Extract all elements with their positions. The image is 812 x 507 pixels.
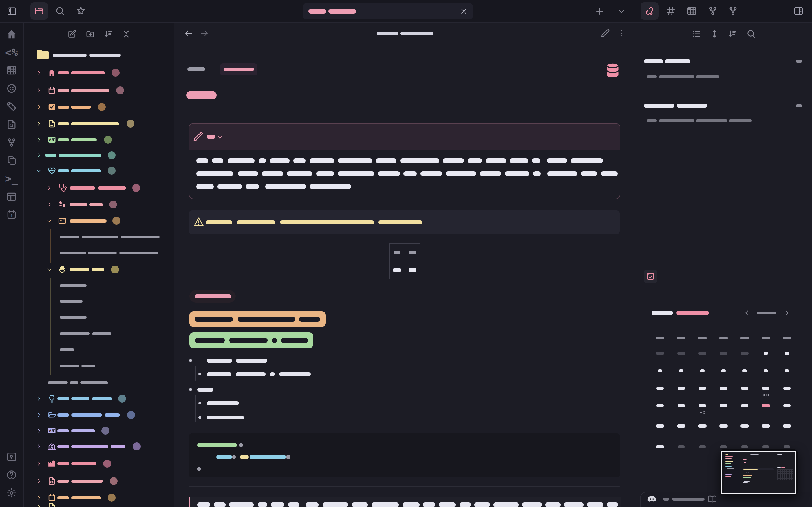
calendar-day[interactable] <box>742 369 747 372</box>
tree-chevron-right-icon[interactable] <box>47 202 52 207</box>
calendar-day[interactable] <box>741 404 748 407</box>
discord-icon[interactable] <box>647 494 657 504</box>
calendar-day[interactable] <box>762 445 769 448</box>
calendar-day[interactable] <box>763 369 768 372</box>
calendar-day[interactable] <box>741 352 749 355</box>
home-icon[interactable] <box>6 29 17 40</box>
tree-chevron-right-icon[interactable] <box>36 461 42 466</box>
tree-chevron-right-icon[interactable] <box>36 137 42 143</box>
tree-chevron-right-icon[interactable] <box>47 185 52 191</box>
tree-chevron-right-icon[interactable] <box>36 70 42 75</box>
screenshot-preview[interactable] <box>720 449 798 495</box>
close-icon[interactable] <box>460 8 467 15</box>
table-pane-icon[interactable] <box>687 6 697 16</box>
tree-item[interactable] <box>24 310 173 325</box>
calendar-day[interactable] <box>656 352 664 355</box>
more-options-icon[interactable] <box>617 29 626 38</box>
tree-chevron-right-icon[interactable] <box>36 428 42 434</box>
workspace-layout-icon[interactable] <box>6 191 17 202</box>
calendar-day[interactable] <box>741 425 749 428</box>
graph-icon[interactable] <box>6 137 17 148</box>
settings-icon[interactable] <box>6 488 17 498</box>
icons-picker-icon[interactable] <box>6 83 17 94</box>
tree-item[interactable] <box>24 358 173 373</box>
tree-chevron-right-icon[interactable] <box>36 121 42 126</box>
file-search-icon[interactable] <box>6 119 17 130</box>
calendar-day[interactable] <box>700 369 705 372</box>
reading-mode-icon[interactable] <box>707 494 717 504</box>
calendar-day[interactable] <box>741 387 748 390</box>
tree-chevron-down-icon[interactable] <box>36 168 42 173</box>
calendar-next-icon[interactable] <box>783 309 791 317</box>
tree-item[interactable] <box>24 456 173 471</box>
sidebar-toggle-icon[interactable] <box>7 6 17 16</box>
callout-header[interactable] <box>190 124 620 150</box>
forward-icon[interactable] <box>200 29 209 38</box>
callout-collapse-icon[interactable] <box>216 134 223 140</box>
terminal-icon[interactable]: >_ <box>5 173 18 184</box>
tree-chevron-right-icon[interactable] <box>36 104 42 110</box>
calendar-day[interactable] <box>677 387 685 390</box>
vault-folder-icon[interactable] <box>36 47 50 61</box>
daily-note-icon[interactable]: 1 <box>6 209 17 220</box>
sort-order-icon[interactable] <box>103 29 113 39</box>
right-panel-divider[interactable] <box>636 22 636 507</box>
new-note-icon[interactable] <box>67 29 77 39</box>
calendar-day[interactable] <box>763 352 768 355</box>
tree-chevron-right-icon[interactable] <box>36 412 42 418</box>
calendar-day[interactable] <box>677 352 685 355</box>
tags-pane-icon[interactable] <box>666 6 676 16</box>
calendar-plugin-icon[interactable] <box>646 272 655 281</box>
tree-chevron-down-icon[interactable] <box>47 218 52 224</box>
calendar-day[interactable] <box>783 445 790 448</box>
calendar-day[interactable] <box>699 404 706 407</box>
bookmarks-tab-icon[interactable] <box>76 6 86 16</box>
calendar-prev-icon[interactable] <box>743 309 751 317</box>
calendar-day[interactable] <box>720 387 727 390</box>
calendar-day[interactable] <box>741 445 748 448</box>
new-tab-icon[interactable] <box>595 7 604 16</box>
search-tab-icon[interactable] <box>55 6 65 16</box>
calendar-day[interactable] <box>656 445 664 448</box>
tree-chevron-right-icon[interactable] <box>36 88 42 93</box>
calendar-day[interactable] <box>762 404 770 407</box>
tree-item[interactable] <box>24 132 173 147</box>
outgoing-links-icon[interactable] <box>708 6 718 16</box>
note-tab[interactable] <box>303 3 473 19</box>
vault-switcher-icon[interactable] <box>6 452 17 462</box>
calendar-day[interactable] <box>783 425 791 428</box>
tags-icon[interactable] <box>6 101 17 112</box>
calendar-day[interactable] <box>699 445 706 448</box>
outline-list-icon[interactable] <box>692 29 701 39</box>
calendar-day[interactable] <box>721 369 726 372</box>
calendar-day[interactable] <box>784 352 789 355</box>
calendar-day[interactable] <box>783 404 791 407</box>
calendar-day[interactable] <box>783 387 791 390</box>
new-folder-icon[interactable] <box>86 29 95 39</box>
calendar-day[interactable] <box>719 352 727 355</box>
backlink-1-title[interactable] <box>665 59 691 63</box>
tree-chevron-right-icon[interactable] <box>36 444 42 449</box>
sidebar-divider[interactable] <box>174 22 174 507</box>
calendar-day[interactable] <box>656 404 664 407</box>
tree-item[interactable] <box>24 278 173 293</box>
tree-item[interactable] <box>24 294 173 308</box>
calendar-day[interactable] <box>762 425 770 428</box>
backlinks-icon[interactable] <box>645 6 655 16</box>
calendar-day[interactable] <box>698 352 706 355</box>
calendar-day[interactable] <box>719 425 728 428</box>
calendar-day[interactable] <box>656 425 664 428</box>
backlink-2-title[interactable] <box>644 104 674 108</box>
files-tab-icon[interactable] <box>34 6 44 16</box>
search-outline-icon[interactable] <box>746 29 756 39</box>
calendar-day[interactable] <box>678 445 684 448</box>
edit-note-icon[interactable] <box>601 29 610 38</box>
calendar-day[interactable] <box>679 369 683 372</box>
backlink-2-title[interactable] <box>677 104 707 108</box>
expand-collapse-icon[interactable] <box>710 29 719 39</box>
tree-chevron-right-icon[interactable] <box>36 478 42 484</box>
database-icon[interactable] <box>605 62 621 78</box>
calendar-day[interactable] <box>699 387 706 390</box>
tree-chevron-right-icon[interactable] <box>36 504 42 507</box>
tree-item[interactable] <box>24 499 173 507</box>
